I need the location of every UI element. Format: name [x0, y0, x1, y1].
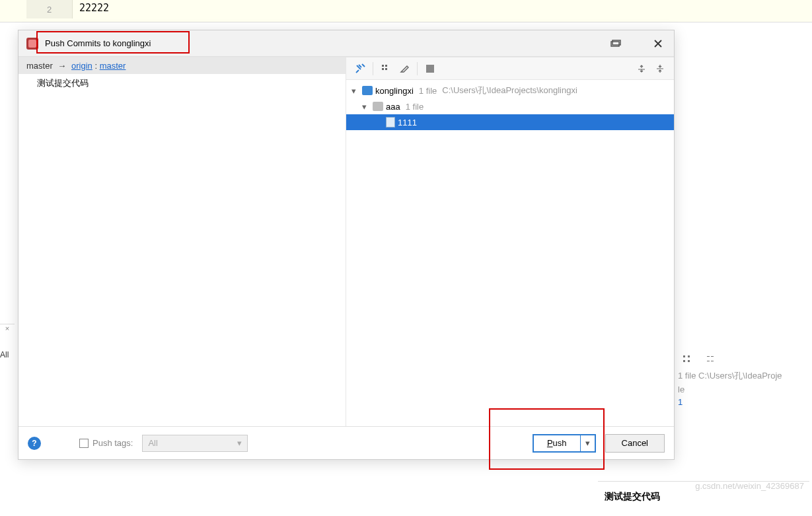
- folder-name: aaa: [386, 102, 400, 112]
- push-button[interactable]: Push ▾: [533, 434, 596, 453]
- cancel-button[interactable]: Cancel: [605, 434, 665, 453]
- close-icon[interactable]: [650, 36, 666, 52]
- bg-left-all-label: All: [0, 350, 9, 359]
- chevron-down-icon[interactable]: ▾: [362, 102, 370, 112]
- app-icon: [26, 38, 38, 50]
- restore-icon[interactable]: [608, 36, 624, 52]
- tags-scope-select: All ▾: [142, 435, 248, 452]
- svg-rect-4: [385, 65, 387, 67]
- editor-code[interactable]: 22222: [79, 2, 109, 14]
- background-editor: 2 22222: [0, 0, 812, 22]
- folder-icon: [373, 102, 383, 111]
- collapse-icon[interactable]: [651, 60, 669, 77]
- project-folder-icon: [362, 86, 373, 95]
- remote-name-link[interactable]: origin: [71, 61, 92, 71]
- file-name: 1111: [398, 118, 417, 128]
- watermark-text: g.csdn.net/weixin_42369687: [695, 481, 804, 491]
- file-tree[interactable]: ▾ konglingxi 1 file C:\Users\孔\IdeaProje…: [346, 80, 674, 426]
- chevron-down-icon: ▾: [237, 438, 242, 448]
- commit-message[interactable]: 测试提交代码: [18, 74, 346, 92]
- svg-rect-3: [382, 68, 384, 70]
- toolbar-separator: [417, 62, 418, 75]
- expand-all-icon[interactable]: [678, 350, 695, 367]
- tree-folder[interactable]: ▾ aaa 1 file: [346, 98, 674, 114]
- dialog-footer: ? Push tags: All ▾ Push ▾ Cancel: [18, 426, 674, 459]
- bg-commit-label: 测试提交代码: [605, 491, 803, 503]
- collapse-all-icon[interactable]: [702, 350, 719, 367]
- push-tags-checkbox[interactable]: Push tags:: [79, 438, 133, 448]
- local-branch: master: [26, 61, 53, 71]
- divider: [0, 22, 812, 22]
- remote-branch-link[interactable]: master: [100, 61, 126, 71]
- help-icon[interactable]: ?: [28, 437, 41, 450]
- push-button-dropdown[interactable]: ▾: [580, 435, 595, 451]
- bg-right-line2: le: [678, 385, 812, 394]
- push-dialog: Push Commits to konglingxi master → orig…: [18, 30, 675, 460]
- preview-diff-icon[interactable]: [422, 60, 439, 77]
- changes-pane: ▾ konglingxi 1 file C:\Users\孔\IdeaProje…: [346, 57, 674, 426]
- file-icon: [386, 117, 395, 128]
- root-file-count: 1 file: [419, 86, 437, 96]
- bg-right-line3[interactable]: 1: [678, 397, 812, 407]
- tree-file-selected[interactable]: 1111: [346, 114, 674, 130]
- push-button-label[interactable]: Push: [534, 435, 580, 451]
- group-by-icon[interactable]: [377, 60, 394, 77]
- svg-rect-2: [382, 65, 384, 67]
- checkbox-icon[interactable]: [79, 439, 89, 448]
- bg-right-line1: 1 file C:\Users\孔\IdeaProje: [678, 370, 812, 382]
- expand-icon[interactable]: [633, 60, 650, 77]
- tree-root[interactable]: ▾ konglingxi 1 file C:\Users\孔\IdeaProje…: [346, 83, 674, 98]
- dialog-body: master → origin : master 测试提交代码: [18, 57, 674, 426]
- folder-file-count: 1 file: [406, 102, 424, 112]
- line-number-gutter: 2: [26, 0, 73, 18]
- tags-scope-value: All: [148, 438, 157, 448]
- pin-icon[interactable]: [351, 60, 369, 77]
- dialog-title: Push Commits to konglingxi: [45, 38, 151, 48]
- arrow-icon: →: [57, 61, 66, 71]
- bg-right-toolbar: [678, 349, 809, 369]
- right-toolbar: [346, 57, 674, 80]
- toolbar-separator: [373, 62, 373, 75]
- push-tags-label: Push tags:: [92, 438, 133, 448]
- colon: :: [94, 61, 99, 71]
- dialog-titlebar: Push Commits to konglingxi: [18, 30, 674, 57]
- root-path: C:\Users\孔\IdeaProjects\konglingxi: [442, 85, 577, 96]
- svg-rect-6: [426, 65, 434, 73]
- svg-rect-5: [385, 68, 387, 70]
- edit-icon[interactable]: [396, 60, 413, 77]
- root-name: konglingxi: [375, 86, 414, 96]
- branch-row[interactable]: master → origin : master: [18, 57, 346, 74]
- commits-pane: master → origin : master 测试提交代码: [18, 57, 346, 426]
- bg-right-panel: 1 file C:\Users\孔\IdeaProje le 1: [678, 370, 812, 410]
- chevron-down-icon[interactable]: ▾: [351, 86, 359, 96]
